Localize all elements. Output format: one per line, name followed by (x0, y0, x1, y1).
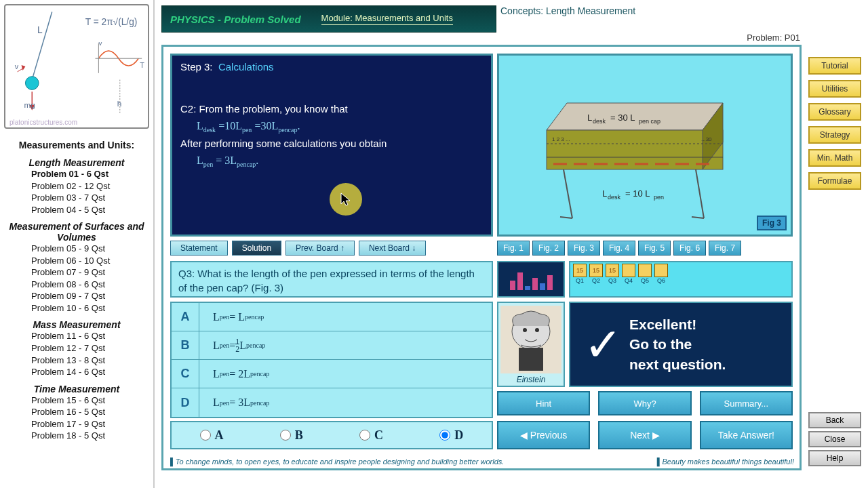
problem-link[interactable]: Problem 05 - 9 Qst (31, 243, 149, 255)
radio-a[interactable]: A (200, 428, 224, 443)
svg-line-0 (32, 12, 52, 80)
score-item: 15Q2 (589, 264, 603, 284)
prev-board-button[interactable]: Prev. Board ↑ (285, 241, 355, 256)
stats-chart (497, 261, 565, 298)
svg-point-51 (535, 328, 539, 332)
problem-link[interactable]: Problem 14 - 6 Qst (31, 366, 149, 378)
problem-link[interactable]: Problem 03 - 7 Qst (31, 192, 149, 204)
close-button[interactable]: Close (808, 431, 861, 447)
next-button[interactable]: Next ▶ (598, 421, 691, 449)
problem-link[interactable]: Problem 16 - 5 Qst (31, 406, 149, 418)
solution-tab[interactable]: Solution (232, 241, 281, 256)
svg-rect-44 (517, 272, 523, 290)
topics-list: Measurements and Units: Length Measureme… (0, 133, 153, 445)
header-bar: PHYSICS - Problem Solved Module: Measure… (161, 5, 496, 33)
svg-text:L: L (602, 188, 607, 199)
svg-rect-47 (540, 283, 545, 290)
svg-rect-43 (510, 281, 515, 290)
hint-row: Hint Why? Summary... (497, 391, 793, 415)
fig-tab[interactable]: Fig. 5 (638, 241, 671, 256)
app-title: PHYSICS - Problem Solved (170, 14, 301, 25)
score-item: Q5 (638, 264, 652, 284)
statement-tab[interactable]: Statement (170, 241, 228, 256)
why-button[interactable]: Why? (598, 391, 691, 415)
feedback-panel: ✓ Excellent! Go to the next question. (569, 302, 793, 387)
utilities-button[interactable]: Utilities (808, 80, 861, 98)
svg-text:h: h (117, 99, 122, 108)
figure-panel: 1 2 3 ... ...30 Ldesk= 30 Lpen cap Ldesk… (497, 54, 793, 237)
section-header: Measurement of Surfaces and Volumes (4, 221, 149, 243)
fig-tab[interactable]: Fig. 1 (497, 241, 530, 256)
tutorial-button[interactable]: Tutorial (808, 57, 861, 75)
svg-rect-52 (519, 348, 543, 371)
fig-tab[interactable]: Fig. 2 (532, 241, 565, 256)
problem-link[interactable]: Problem 09 - 7 Qst (31, 290, 149, 302)
svg-line-33 (696, 169, 704, 218)
score-panel: 15Q115Q215Q3Q4Q5Q6 (569, 261, 793, 298)
module-label: Module: Measurements and Units (321, 13, 453, 25)
problem-link[interactable]: Problem 17 - 9 Qst (31, 418, 149, 430)
main-frame: Step 3: Calculations C2: From the proble… (161, 45, 802, 470)
problem-link[interactable]: Problem 13 - 8 Qst (31, 354, 149, 367)
einstein-image (500, 306, 561, 373)
svg-text:mg: mg (24, 100, 35, 109)
problem-link[interactable]: Problem 02 - 12 Qst (31, 180, 149, 192)
svg-text:desk: desk (593, 118, 606, 125)
fig-tab[interactable]: Fig. 7 (709, 241, 741, 256)
svg-point-50 (523, 328, 527, 332)
help-button[interactable]: Help (808, 450, 861, 466)
fig-tab[interactable]: Fig. 3 (568, 241, 600, 256)
svg-text:...30: ...30 (701, 136, 712, 142)
radio-c[interactable]: C (359, 428, 383, 443)
problem-link[interactable]: Problem 06 - 10 Qst (31, 255, 149, 267)
problem-link[interactable]: Problem 04 - 5 Qst (31, 204, 149, 216)
answer-b: BLpen = 12 Lpencap (172, 331, 492, 360)
back-button[interactable]: Back (808, 412, 861, 428)
answer-radios: ABCD (170, 421, 493, 449)
svg-line-32 (560, 217, 572, 218)
take-answer-button[interactable]: Take Answer! (700, 421, 793, 449)
problem-link[interactable]: Problem 01 - 6 Qst (31, 168, 149, 180)
figure-badge: Fig 3 (757, 216, 787, 230)
checkmark-icon: ✓ (584, 318, 623, 371)
previous-button[interactable]: ◀ Previous (497, 421, 590, 449)
problem-link[interactable]: Problem 18 - 5 Qst (31, 430, 149, 442)
svg-text:T: T (140, 61, 144, 69)
svg-text:= 30 L: = 30 L (610, 113, 635, 123)
problem-link[interactable]: Problem 12 - 7 Qst (31, 342, 149, 354)
formulae-button[interactable]: Formulae (808, 172, 861, 190)
svg-text:L: L (587, 113, 592, 123)
next-board-button[interactable]: Next Board ↓ (359, 241, 426, 256)
problem-link[interactable]: Problem 10 - 6 Qst (31, 302, 149, 314)
svg-rect-46 (532, 278, 538, 290)
fig-tab[interactable]: Fig. 4 (603, 241, 635, 256)
right-buttons: TutorialUtilitiesGlossaryStrategyMin. Ma… (808, 57, 861, 190)
svg-line-31 (564, 169, 572, 218)
footer: ▌To change minds, to open eyes, to educa… (170, 458, 794, 466)
question-panel: Q3: What is the length of the pen expres… (170, 261, 493, 298)
min--math-button[interactable]: Min. Math (808, 149, 861, 167)
section-header: Length Measurement (4, 157, 149, 168)
svg-line-34 (692, 217, 704, 218)
problem-link[interactable]: Problem 11 - 6 Qst (31, 330, 149, 342)
figure-tabs: Fig. 1Fig. 2Fig. 3Fig. 4Fig. 5Fig. 6Fig.… (497, 241, 741, 256)
calculation-panel: Step 3: Calculations C2: From the proble… (170, 54, 493, 237)
svg-text:v: v (98, 39, 102, 47)
header-concepts: Concepts: Length Measurement (500, 5, 635, 16)
fig-tab[interactable]: Fig. 6 (673, 241, 706, 256)
pendulum-diagram: L T = 2π√(L/g) mg v T v h platonicstruct… (4, 4, 149, 129)
glossary-button[interactable]: Glossary (808, 103, 861, 121)
problem-link[interactable]: Problem 15 - 6 Qst (31, 394, 149, 407)
strategy-button[interactable]: Strategy (808, 126, 861, 144)
radio-d[interactable]: D (439, 428, 463, 443)
nav-row: ◀ Previous Next ▶ Take Answer! (497, 421, 793, 449)
answers-panel: ALpen = Lpencap BLpen = 12 Lpencap CLpen… (170, 302, 493, 418)
hint-button[interactable]: Hint (497, 391, 590, 415)
einstein-panel: Einstein (497, 302, 565, 387)
svg-text:pen cap: pen cap (639, 118, 660, 125)
problem-link[interactable]: Problem 08 - 6 Qst (31, 279, 149, 291)
problem-link[interactable]: Problem 07 - 9 Qst (31, 266, 149, 279)
summary-button[interactable]: Summary... (700, 391, 793, 415)
cursor-highlight (330, 183, 362, 216)
radio-b[interactable]: B (280, 428, 303, 443)
